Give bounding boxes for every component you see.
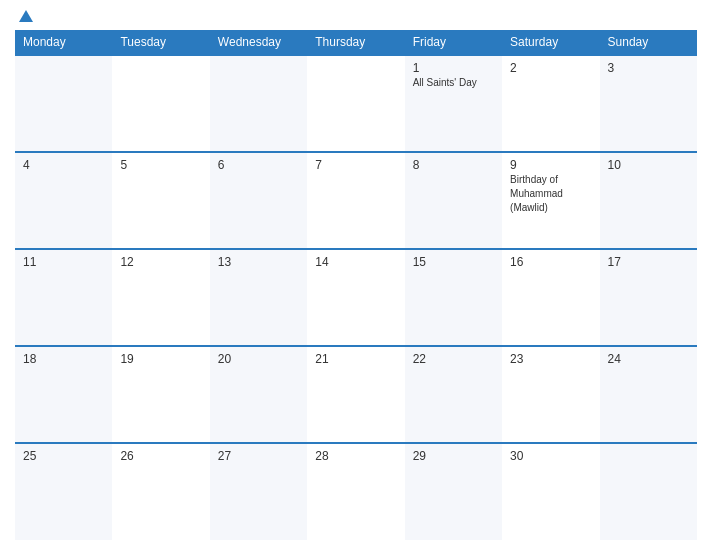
day-number: 30	[510, 449, 591, 463]
day-number: 8	[413, 158, 494, 172]
day-number: 29	[413, 449, 494, 463]
day-number: 17	[608, 255, 689, 269]
day-cell: 11	[15, 249, 112, 346]
day-cell: 22	[405, 346, 502, 443]
day-cell: 19	[112, 346, 209, 443]
column-header-wednesday: Wednesday	[210, 30, 307, 55]
day-number: 6	[218, 158, 299, 172]
event-text: Birthday of Muhammad (Mawlid)	[510, 174, 563, 213]
day-cell	[112, 55, 209, 152]
day-cell	[210, 55, 307, 152]
day-number: 16	[510, 255, 591, 269]
day-cell: 5	[112, 152, 209, 249]
day-number: 26	[120, 449, 201, 463]
day-cell: 21	[307, 346, 404, 443]
day-cell	[307, 55, 404, 152]
day-cell: 24	[600, 346, 697, 443]
day-number: 25	[23, 449, 104, 463]
day-number: 14	[315, 255, 396, 269]
day-cell: 1All Saints' Day	[405, 55, 502, 152]
day-cell	[600, 443, 697, 540]
day-cell: 26	[112, 443, 209, 540]
day-cell: 6	[210, 152, 307, 249]
day-cell: 25	[15, 443, 112, 540]
week-row-4: 18192021222324	[15, 346, 697, 443]
day-number: 10	[608, 158, 689, 172]
calendar-table: MondayTuesdayWednesdayThursdayFridaySatu…	[15, 30, 697, 540]
day-cell: 17	[600, 249, 697, 346]
day-cell: 27	[210, 443, 307, 540]
week-row-2: 456789Birthday of Muhammad (Mawlid)10	[15, 152, 697, 249]
day-number: 20	[218, 352, 299, 366]
week-row-1: 1All Saints' Day23	[15, 55, 697, 152]
day-cell: 7	[307, 152, 404, 249]
day-number: 1	[413, 61, 494, 75]
day-cell: 29	[405, 443, 502, 540]
column-header-saturday: Saturday	[502, 30, 599, 55]
day-number: 24	[608, 352, 689, 366]
day-number: 22	[413, 352, 494, 366]
day-number: 27	[218, 449, 299, 463]
day-cell: 12	[112, 249, 209, 346]
column-header-monday: Monday	[15, 30, 112, 55]
day-number: 12	[120, 255, 201, 269]
day-cell: 23	[502, 346, 599, 443]
day-number: 2	[510, 61, 591, 75]
day-cell: 10	[600, 152, 697, 249]
day-number: 13	[218, 255, 299, 269]
day-number: 23	[510, 352, 591, 366]
day-cell: 2	[502, 55, 599, 152]
day-number: 9	[510, 158, 591, 172]
day-number: 15	[413, 255, 494, 269]
week-row-3: 11121314151617	[15, 249, 697, 346]
column-header-tuesday: Tuesday	[112, 30, 209, 55]
logo-blue-text	[15, 10, 33, 22]
day-cell: 15	[405, 249, 502, 346]
logo-triangle-icon	[19, 10, 33, 22]
day-cell: 9Birthday of Muhammad (Mawlid)	[502, 152, 599, 249]
day-cell: 4	[15, 152, 112, 249]
day-cell: 28	[307, 443, 404, 540]
logo	[15, 10, 33, 22]
day-number: 3	[608, 61, 689, 75]
day-number: 21	[315, 352, 396, 366]
column-header-thursday: Thursday	[307, 30, 404, 55]
day-cell: 13	[210, 249, 307, 346]
calendar-header-row: MondayTuesdayWednesdayThursdayFridaySatu…	[15, 30, 697, 55]
day-number: 19	[120, 352, 201, 366]
day-number: 28	[315, 449, 396, 463]
day-cell: 16	[502, 249, 599, 346]
day-number: 18	[23, 352, 104, 366]
day-number: 5	[120, 158, 201, 172]
day-cell: 3	[600, 55, 697, 152]
week-row-5: 252627282930	[15, 443, 697, 540]
day-cell: 30	[502, 443, 599, 540]
day-cell: 20	[210, 346, 307, 443]
column-header-friday: Friday	[405, 30, 502, 55]
page: MondayTuesdayWednesdayThursdayFridaySatu…	[0, 0, 712, 550]
column-header-sunday: Sunday	[600, 30, 697, 55]
day-cell: 8	[405, 152, 502, 249]
header	[15, 10, 697, 22]
day-number: 7	[315, 158, 396, 172]
day-cell	[15, 55, 112, 152]
day-cell: 18	[15, 346, 112, 443]
day-cell: 14	[307, 249, 404, 346]
event-text: All Saints' Day	[413, 77, 477, 88]
day-number: 4	[23, 158, 104, 172]
day-number: 11	[23, 255, 104, 269]
